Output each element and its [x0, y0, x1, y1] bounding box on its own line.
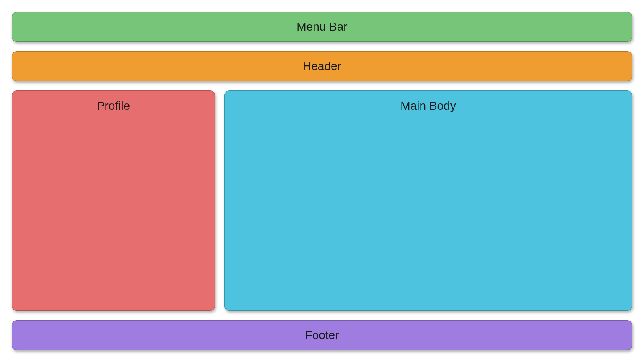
middle-row: Profile Main Body: [12, 90, 632, 311]
footer-label: Footer: [305, 328, 339, 342]
header-region: Header: [12, 51, 632, 81]
main-body-label: Main Body: [400, 99, 456, 112]
profile-region: Profile: [12, 90, 215, 311]
menu-bar-region: Menu Bar: [12, 12, 632, 42]
footer-region: Footer: [12, 320, 632, 350]
menu-bar-label: Menu Bar: [296, 20, 347, 34]
header-label: Header: [303, 59, 341, 73]
main-body-region: Main Body: [224, 90, 632, 311]
profile-label: Profile: [97, 99, 130, 112]
